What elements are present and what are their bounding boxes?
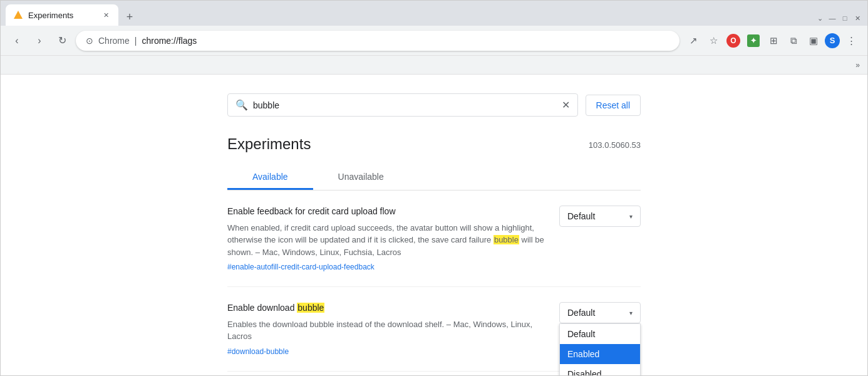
tab-title: Experiments xyxy=(28,11,96,20)
tab-bar: Experiments ✕ + ⌄ — □ ✕ xyxy=(1,1,867,26)
highlight-word: bubble xyxy=(493,235,519,244)
back-button[interactable]: ‹ xyxy=(8,32,26,50)
search-box[interactable]: 🔍 ✕ xyxy=(227,93,578,117)
bookmarks-bar: » xyxy=(1,56,867,75)
dropdown-value-2: Default xyxy=(567,308,595,318)
search-input[interactable] xyxy=(253,100,557,110)
minimize-button[interactable]: — xyxy=(827,13,837,23)
reset-all-button[interactable]: Reset all xyxy=(586,95,641,116)
experiment-item: Enable feedback for credit card upload f… xyxy=(227,206,641,287)
address-input[interactable]: ⊙ Chrome | chrome://flags xyxy=(76,31,679,51)
chevron-down-icon[interactable]: ⌄ xyxy=(815,13,825,23)
maximize-button[interactable]: □ xyxy=(840,13,850,23)
tabs: Available Unavailable xyxy=(227,165,641,191)
site-icon: ⊙ xyxy=(86,36,93,46)
content-area[interactable]: 🔍 ✕ Reset all Experiments 103.0.5060.53 … xyxy=(1,75,867,375)
dropdown-arrow-2: ▾ xyxy=(629,310,633,316)
option-disabled[interactable]: Disabled xyxy=(560,364,640,375)
refresh-button[interactable]: ↻ xyxy=(53,32,71,50)
experiment-title: Enable feedback for credit card upload f… xyxy=(227,206,547,218)
dropdown-2: Default ▾ Default Enabled Disabled xyxy=(559,302,641,323)
address-bar: ‹ › ↻ ⊙ Chrome | chrome://flags ↗ ☆ O ✦ … xyxy=(1,26,867,56)
dropdown-button-2[interactable]: Default ▾ xyxy=(559,302,641,323)
page: 🔍 ✕ Reset all Experiments 103.0.5060.53 … xyxy=(215,75,653,375)
highlight-word: bubble xyxy=(297,303,324,313)
search-container: 🔍 ✕ Reset all xyxy=(227,93,641,117)
version-number: 103.0.5060.53 xyxy=(589,140,641,150)
profile-avatar[interactable]: S xyxy=(825,33,840,48)
experiment-control: Default ▾ Default Enabled Disabled xyxy=(559,302,641,323)
menu-icon[interactable]: ⋮ xyxy=(842,32,860,50)
tab-favicon xyxy=(13,10,23,20)
experiment-link[interactable]: #enable-autofill-credit-card-upload-feed… xyxy=(227,263,375,271)
dropdown-value-1: Default xyxy=(567,211,595,221)
address-url: chrome://flags xyxy=(142,36,197,46)
dropdown-arrow-1: ▾ xyxy=(629,213,633,220)
experiment-info: Enable download bubble Enables the downl… xyxy=(227,302,547,356)
experiment-info: Enable feedback for credit card upload f… xyxy=(227,206,547,271)
browser-frame: Experiments ✕ + ⌄ — □ ✕ ‹ › ↻ ⊙ Chrome |… xyxy=(0,0,868,376)
active-tab[interactable]: Experiments ✕ xyxy=(6,4,118,26)
extension-icon-2[interactable]: ⊞ xyxy=(765,32,782,50)
dropdown-menu-2: Default Enabled Disabled xyxy=(559,323,641,375)
experiment-desc: Enables the download bubble instead of t… xyxy=(227,318,547,343)
share-icon[interactable]: ↗ xyxy=(685,32,702,50)
experiment-link[interactable]: #download-bubble xyxy=(227,347,289,356)
opera-icon[interactable]: O xyxy=(725,32,742,50)
experiment-item: Enable download bubble Enables the downl… xyxy=(227,302,641,372)
extension-green-icon[interactable]: ✦ xyxy=(745,32,762,50)
experiment-control: Default ▾ xyxy=(559,206,641,227)
address-separator: | xyxy=(135,36,137,46)
option-enabled[interactable]: Enabled xyxy=(560,344,640,364)
experiment-title: Enable download bubble xyxy=(227,302,547,315)
svg-marker-0 xyxy=(14,11,23,19)
puzzle-icon[interactable]: ⧉ xyxy=(785,32,802,50)
bookmark-icon[interactable]: ☆ xyxy=(705,32,722,50)
tab-available[interactable]: Available xyxy=(227,165,313,190)
address-brand: Chrome xyxy=(98,36,130,46)
search-icon: 🔍 xyxy=(235,99,248,111)
bookmarks-expand-button[interactable]: » xyxy=(855,61,860,70)
option-default[interactable]: Default xyxy=(560,324,640,344)
page-title: Experiments xyxy=(227,135,311,153)
clear-search-icon[interactable]: ✕ xyxy=(562,99,570,111)
toolbar-icons: ↗ ☆ O ✦ ⊞ ⧉ ▣ S ⋮ xyxy=(685,32,860,50)
close-button[interactable]: ✕ xyxy=(852,13,862,23)
experiment-desc: When enabled, if credit card upload succ… xyxy=(227,222,547,259)
tab-close-button[interactable]: ✕ xyxy=(101,10,111,20)
page-header: Experiments 103.0.5060.53 xyxy=(227,135,641,153)
layout-icon[interactable]: ▣ xyxy=(805,32,822,50)
new-tab-button[interactable]: + xyxy=(121,8,138,26)
tab-unavailable[interactable]: Unavailable xyxy=(313,165,409,190)
forward-button[interactable]: › xyxy=(31,32,48,50)
dropdown-1: Default ▾ xyxy=(559,206,641,227)
window-controls: ⌄ — □ ✕ xyxy=(815,13,862,23)
dropdown-button-1[interactable]: Default ▾ xyxy=(559,206,641,227)
